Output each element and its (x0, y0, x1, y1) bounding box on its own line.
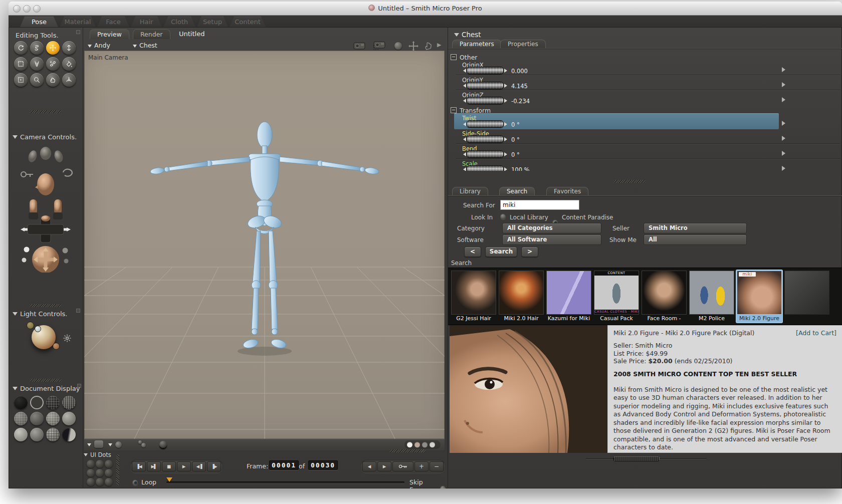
result-item[interactable]: Face Room - (641, 270, 687, 323)
light-dot-2[interactable] (35, 326, 41, 332)
document-display-title[interactable]: Document Display (13, 385, 80, 392)
play-button[interactable]: ▶ (177, 461, 191, 471)
tab-favorites[interactable]: Favorites (546, 187, 588, 196)
tab-properties[interactable]: Properties (500, 40, 546, 49)
view-dot-tan[interactable] (414, 442, 420, 447)
tab-content[interactable]: Content (230, 17, 266, 27)
tab-preview[interactable]: Preview (90, 29, 129, 39)
figure-right-hand[interactable] (364, 167, 379, 175)
ui-dot[interactable] (105, 469, 113, 477)
figure-right-ankle[interactable] (272, 329, 278, 335)
translate-pull-tool-icon[interactable] (46, 41, 60, 55)
display-silhouette-icon[interactable] (14, 396, 28, 409)
search-input[interactable] (500, 200, 579, 210)
loop-radio[interactable] (132, 479, 138, 485)
sidebar-grip[interactable] (30, 304, 62, 307)
camera-controls-title[interactable]: Camera Controls. (13, 133, 77, 141)
depth-cue-button[interactable] (94, 440, 103, 448)
scene-3d[interactable] (84, 51, 445, 439)
previous-page-button[interactable]: < (464, 246, 481, 257)
total-frames-counter[interactable]: 00030 (308, 460, 338, 470)
tab-library[interactable]: Library (452, 187, 488, 196)
ui-dots-title[interactable]: UI Dots (84, 451, 111, 458)
ui-dot[interactable] (105, 478, 113, 486)
figure-left-hand[interactable] (150, 167, 164, 175)
result-item-selected[interactable]: miki Miki 2.0 Figure (736, 270, 782, 323)
orbit-dot-2[interactable] (22, 258, 27, 263)
dial-options-arrow[interactable] (782, 97, 785, 102)
figure-right-upper-arm[interactable] (280, 157, 319, 165)
bottom-resize-handle[interactable] (613, 456, 660, 461)
grouping-tool-icon[interactable] (14, 73, 28, 87)
tab-hair[interactable]: Hair (131, 17, 162, 27)
right-hand-camera-icon[interactable] (53, 149, 65, 163)
move-camera-cross-icon[interactable] (408, 41, 418, 51)
from-left-camera-head-icon[interactable] (40, 147, 51, 160)
panel-corner-widget[interactable] (76, 309, 80, 313)
local-library-label[interactable]: Local Library (510, 214, 548, 221)
face-camera-head-icon[interactable] (37, 173, 54, 195)
light-controls-title[interactable]: Light Controls. (13, 310, 67, 318)
dial-scale[interactable] (463, 166, 507, 171)
rotate-tool-icon[interactable] (14, 41, 28, 55)
timeline-marker[interactable] (166, 477, 172, 482)
ui-dot[interactable] (87, 469, 95, 477)
tracking-ball-icon[interactable] (115, 441, 122, 448)
display-hidden-line-icon[interactable] (62, 396, 76, 409)
figure-neck[interactable] (262, 146, 267, 154)
left-hand-camera-icon[interactable] (27, 149, 39, 163)
figure-head[interactable] (257, 122, 272, 148)
multi-sphere-icon-b[interactable] (141, 443, 146, 447)
seller-select[interactable]: Smith Micro (644, 223, 747, 233)
tracking-popup-triangle[interactable] (108, 443, 112, 446)
display-wireframe-icon[interactable] (46, 396, 60, 409)
skip-to-end-button[interactable]: ▶▌ (147, 461, 161, 471)
view-magnifier-tool-icon[interactable] (30, 73, 44, 87)
next-page-button[interactable]: > (521, 246, 538, 257)
tab-search[interactable]: Search (499, 187, 535, 196)
morphing-tool-icon[interactable] (46, 73, 60, 87)
tab-setup[interactable]: Setup (197, 17, 228, 27)
actor-select-menu[interactable]: Chest (133, 42, 157, 49)
panel-corner-widget[interactable] (76, 30, 80, 34)
figure-left-shin[interactable] (252, 288, 259, 329)
dial-options-arrow[interactable] (782, 136, 785, 141)
tab-face[interactable]: Face (97, 17, 129, 27)
display-outline-icon[interactable] (30, 396, 44, 409)
display-cartoon-icon[interactable] (62, 412, 76, 425)
next-keyframe-button[interactable]: ▶ (377, 461, 391, 471)
tab-render[interactable]: Render (133, 29, 170, 39)
timeline-slider[interactable] (166, 481, 404, 483)
animating-key-icon[interactable] (21, 172, 33, 177)
dial-twist[interactable] (463, 121, 507, 127)
direct-manipulation-tool-icon[interactable] (62, 73, 76, 87)
result-item[interactable]: Kazumi for Miki (546, 270, 592, 323)
dial-options-arrow[interactable] (782, 67, 785, 72)
sidebar-grip[interactable] (30, 110, 62, 113)
left-hand-camera-large-icon[interactable] (29, 199, 38, 219)
ui-dot[interactable] (96, 469, 104, 477)
ui-dot[interactable] (87, 460, 95, 468)
right-panel-grip[interactable] (613, 180, 646, 183)
figure-left-upper-arm[interactable] (210, 157, 250, 165)
select-camera-icon[interactable] (371, 40, 386, 51)
dial-side-side[interactable] (463, 136, 507, 142)
figure-chest[interactable] (251, 157, 279, 202)
add-to-cart-link[interactable]: [Add to Cart] (796, 329, 836, 337)
tab-pose[interactable]: Pose (20, 17, 58, 27)
twist-tool-icon[interactable] (30, 41, 44, 55)
stop-button[interactable]: ■ (162, 461, 176, 471)
previous-keyframe-button[interactable]: ◀ (362, 461, 376, 471)
display-flat-lined-icon[interactable] (46, 412, 60, 425)
result-item-partial[interactable] (784, 270, 830, 323)
dial-options-arrow[interactable] (782, 82, 785, 87)
software-select[interactable]: All Software (502, 234, 601, 245)
camera-controls-cluster[interactable] (16, 143, 76, 275)
figure-right-forearm[interactable] (322, 161, 361, 171)
chain-break-tool-icon[interactable] (46, 57, 60, 71)
figure-right-thigh[interactable] (269, 231, 277, 282)
actor-header[interactable]: Chest (454, 31, 481, 39)
orbit-dot-3[interactable] (63, 248, 68, 254)
dial-options-arrow[interactable] (782, 166, 785, 171)
camera-icon[interactable] (353, 41, 366, 50)
